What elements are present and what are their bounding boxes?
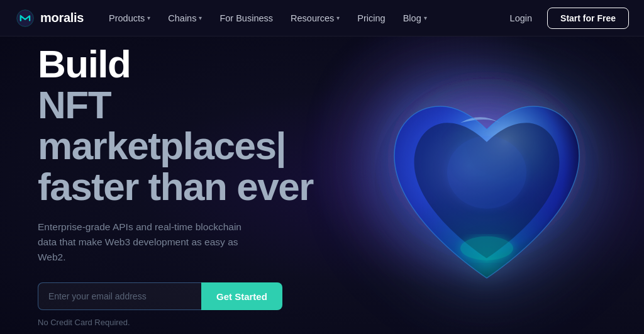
no-credit-text: No Credit Card Required.: [38, 318, 314, 327]
svg-point-3: [460, 236, 513, 260]
navbar: moralis Products ▾ Chains ▾ For Business…: [0, 0, 644, 36]
nav-products[interactable]: Products ▾: [101, 9, 158, 27]
nav-for-business[interactable]: For Business: [212, 9, 280, 27]
nav-chains[interactable]: Chains ▾: [160, 9, 209, 27]
nav-right: Login Start for Free: [502, 8, 629, 29]
start-for-free-button[interactable]: Start for Free: [547, 8, 629, 29]
chevron-down-icon: ▾: [424, 14, 427, 21]
email-input[interactable]: [38, 282, 201, 310]
nav-pricing[interactable]: Pricing: [350, 9, 392, 27]
hero-content: Build NFT marketplaces| faster than ever…: [0, 43, 352, 327]
nav-blog[interactable]: Blog ▾: [396, 9, 435, 27]
hero-section: Build NFT marketplaces| faster than ever…: [0, 36, 644, 334]
login-button[interactable]: Login: [502, 9, 540, 27]
logo-link[interactable]: moralis: [15, 8, 84, 28]
hero-subtitle: Enterprise-grade APIs and real-time bloc…: [38, 220, 252, 265]
chevron-down-icon: ▾: [147, 14, 150, 21]
nav-resources[interactable]: Resources ▾: [283, 9, 347, 27]
hero-title: Build NFT marketplaces| faster than ever: [38, 43, 314, 207]
nav-links: Products ▾ Chains ▾ For Business Resourc…: [101, 9, 502, 27]
logo-text: moralis: [40, 11, 84, 25]
hero-illustration: [355, 53, 619, 318]
chevron-down-icon: ▾: [199, 14, 202, 21]
get-started-button[interactable]: Get Started: [201, 282, 282, 310]
chevron-down-icon: ▾: [336, 14, 340, 21]
heart-svg: [355, 53, 619, 318]
svg-point-2: [447, 136, 526, 209]
moralis-logo-icon: [15, 8, 35, 28]
email-cta-row: Get Started: [38, 282, 314, 310]
